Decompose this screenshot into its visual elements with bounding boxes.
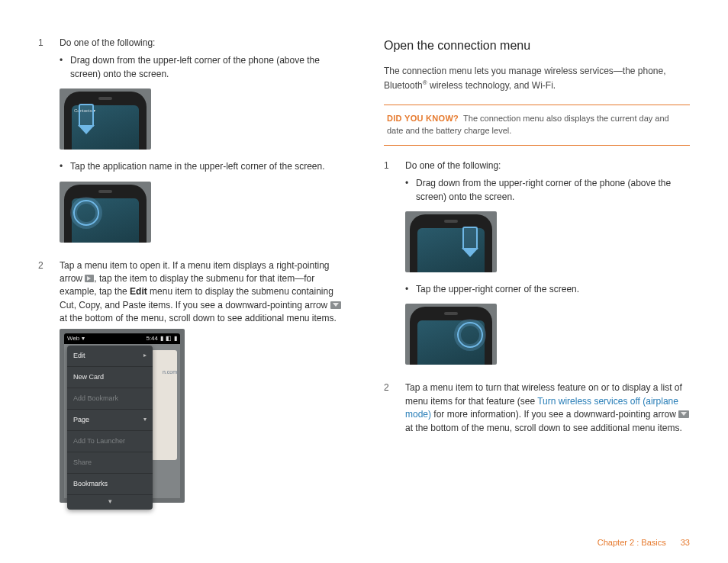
- step-number: 2: [384, 381, 405, 435]
- right-bullet-1: • Drag down from the upper-right corner …: [405, 177, 690, 204]
- menu-scroll-down-icon: ▾: [67, 495, 153, 510]
- background-card: n.com: [151, 350, 177, 460]
- menu-item-bookmarks[interactable]: Bookmarks: [67, 474, 153, 495]
- footer-chapter: Chapter 2 : Basics: [598, 538, 666, 547]
- footer-page-number: 33: [681, 538, 690, 547]
- figure-drag-upper-left: Contacts ▾: [60, 88, 344, 150]
- arrow-down-icon: [330, 301, 341, 309]
- step-number: 2: [38, 259, 60, 513]
- swipe-down-arrow-icon: [76, 104, 96, 134]
- right-column: Open the connection menu The connection …: [384, 37, 690, 520]
- left-step-2: 2 Tap a menu item to open it. If a menu …: [38, 259, 344, 513]
- chevron-right-icon: ▸: [143, 351, 147, 360]
- chevron-down-icon: ▾: [143, 415, 147, 424]
- section-heading: Open the connection menu: [384, 37, 690, 54]
- step-text: Tap a menu item to open it. If a menu it…: [60, 259, 344, 326]
- left-bullet-2: • Tap the application name in the upper-…: [60, 160, 344, 173]
- step-text: Do one of the following:: [405, 159, 690, 172]
- step-text: Tap a menu item to turn that wireless fe…: [405, 381, 690, 435]
- battery-icon: ▮: [174, 334, 177, 343]
- step-number: 1: [38, 37, 60, 253]
- step-text: Do one of the following:: [60, 37, 344, 50]
- arrow-right-icon: [85, 275, 94, 282]
- left-step-1: 1 Do one of the following: • Drag down f…: [38, 37, 344, 253]
- menu-item-page[interactable]: Page▾: [67, 410, 153, 431]
- menu-item-new-card[interactable]: New Card: [67, 367, 153, 388]
- swipe-down-arrow-icon: [460, 227, 480, 257]
- menu-item-share[interactable]: Share: [67, 452, 153, 474]
- menu-item-add-to-launcher[interactable]: Add To Launcher: [67, 431, 153, 452]
- phone-status-bar: Web ▾ 5:44 ▮ ◧ ▮: [64, 333, 180, 344]
- right-step-1: 1 Do one of the following: • Drag down f…: [384, 159, 690, 376]
- wifi-icon: ◧: [166, 334, 172, 343]
- figure-tap-upper-right: [405, 304, 690, 365]
- left-bullet-1: • Drag down from the upper-left corner o…: [60, 54, 344, 81]
- did-you-know-callout: DID YOU KNOW? The connection menu also d…: [384, 105, 690, 146]
- signal-icon: ▮: [160, 334, 163, 343]
- app-menu: Edit▸ New Card Add Bookmark Page▾ Add To…: [67, 346, 153, 510]
- menu-item-add-bookmark[interactable]: Add Bookmark: [67, 388, 153, 410]
- figure-app-menu: Web ▾ 5:44 ▮ ◧ ▮ n.com E: [60, 329, 344, 503]
- tap-ring-icon: [73, 200, 99, 226]
- arrow-down-icon: [678, 410, 689, 418]
- step-number: 1: [384, 159, 405, 376]
- menu-item-edit[interactable]: Edit▸: [67, 346, 153, 367]
- page-footer: Chapter 2 : Basics 33: [598, 537, 690, 549]
- figure-drag-upper-right: [405, 211, 690, 272]
- right-step-2: 2 Tap a menu item to turn that wireless …: [384, 381, 690, 435]
- figure-tap-upper-left: [60, 182, 344, 243]
- right-bullet-2: • Tap the upper-right corner of the scre…: [405, 283, 690, 296]
- intro-paragraph: The connection menu lets you manage wire…: [384, 65, 690, 92]
- left-column: 1 Do one of the following: • Drag down f…: [38, 37, 344, 520]
- callout-lead: DID YOU KNOW?: [387, 114, 459, 123]
